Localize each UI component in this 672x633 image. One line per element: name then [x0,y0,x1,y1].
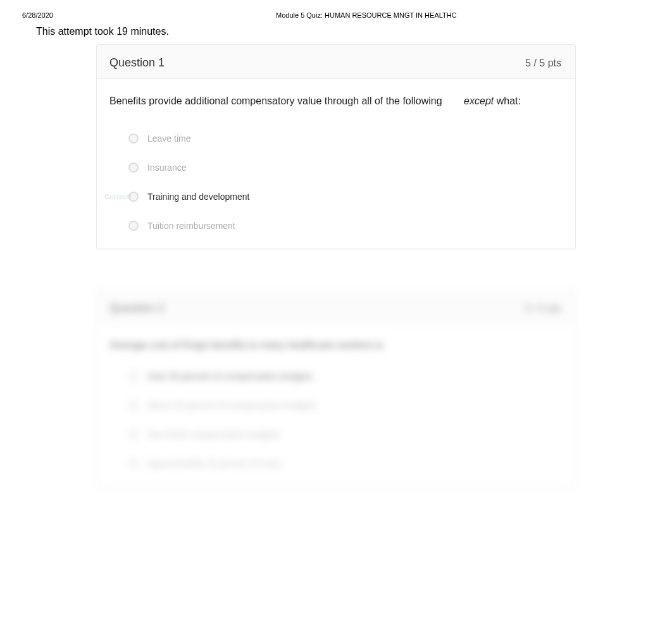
question-text-except: except [464,95,494,106]
answer-text: Training and development [147,192,249,202]
radio-icon [128,221,139,231]
question-header: Question 2 5 / 5 pts [97,290,575,324]
question-header: Question 1 5 / 5 pts [97,45,575,79]
header-title: Module 5 Quiz: HUMAN RESOURCE MNGT IN HE… [276,11,457,19]
answer-option: Insurance [109,155,563,180]
answer-text: Insurance [147,163,186,173]
correct-label: Correct! [104,193,132,200]
radio-icon [128,429,139,439]
answer-text: Tuition reimbursement [147,221,235,231]
answer-text: Leave time [147,133,190,144]
answer-option: Tuition reimbursement [109,213,563,238]
radio-icon [128,133,139,144]
answer-option: Leave time [109,126,563,151]
answer-text: Over 30 percent of compensation budgets [147,371,313,381]
answer-option-correct: Over 30 percent of compensation budgets [109,364,563,389]
question-1-block: Question 1 5 / 5 pts Benefits provide ad… [96,44,576,249]
question-body: Benefits provide additional compensatory… [97,79,575,249]
question-text: Benefits provide additional compensatory… [109,94,563,108]
question-text-suffix: what: [497,95,521,106]
question-points: 5 / 5 pts [525,303,561,314]
question-title: Question 2 [109,302,165,315]
question-title: Question 1 [109,56,165,70]
radio-icon [128,458,139,469]
question-points: 5 / 5 pts [525,58,561,69]
question-2-block: Question 2 5 / 5 pts Average cost of fri… [96,290,576,487]
radio-icon [128,371,139,381]
question-body: Over 30 percent of compensation budgets … [97,364,575,486]
attempt-duration-text: This attempt took 19 minutes. [36,26,169,37]
question-text: Average cost of fringe benefits to many … [97,324,575,364]
radio-icon [128,163,139,173]
answer-option: Approximately 15 percent of costs [109,451,563,476]
question-text-prefix: Benefits provide additional compensatory… [109,95,442,106]
answer-option: About 25 percent of compensation budgets [109,393,563,418]
radio-icon [128,400,139,410]
answer-text: Two thirds compensation budgets [147,429,280,439]
header-date: 6/28/2020 [22,11,53,19]
answer-option: Two thirds compensation budgets [109,422,563,447]
answer-option-correct: Correct! Training and development [109,184,563,209]
answer-text: About 25 percent of compensation budgets [147,400,316,410]
answer-text: Approximately 15 percent of costs [147,458,281,469]
